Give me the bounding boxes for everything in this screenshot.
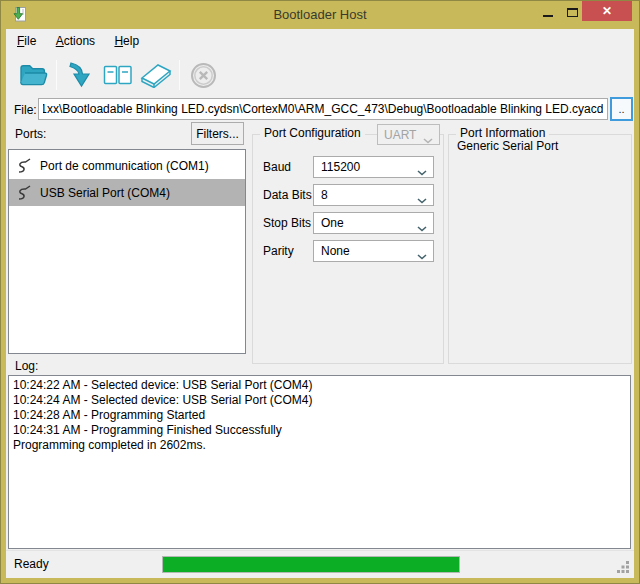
- port-configuration-title: Port Configuration: [260, 126, 365, 140]
- port-list-item[interactable]: Port de communication (COM1): [9, 152, 245, 179]
- status-text: Ready: [14, 557, 49, 571]
- baud-dropdown[interactable]: 115200: [313, 156, 434, 178]
- ports-label: Ports:: [15, 127, 46, 141]
- protocol-value: UART: [384, 128, 416, 142]
- resize-grip-icon[interactable]: [617, 561, 630, 574]
- protocol-dropdown: UART: [377, 124, 440, 145]
- parity-value: None: [321, 244, 350, 258]
- groupbox-border: [448, 134, 632, 364]
- stop-bits-value: One: [321, 216, 344, 230]
- maximize-icon: [567, 8, 578, 17]
- abort-button: [184, 56, 222, 94]
- menu-help[interactable]: Help: [106, 29, 147, 52]
- filters-button[interactable]: Filters...: [191, 122, 244, 145]
- port-configuration-group: Port Configuration UART Baud 115200 Data…: [252, 124, 444, 364]
- toolbar-separator: [179, 60, 180, 90]
- data-bits-dropdown[interactable]: 8: [313, 184, 434, 206]
- parity-label: Parity: [263, 244, 294, 258]
- port-list-item-label: Port de communication (COM1): [40, 159, 209, 173]
- chevron-down-icon: [417, 221, 427, 235]
- toolbar: [6, 53, 634, 97]
- data-bits-value: 8: [321, 188, 328, 202]
- port-information-content: Generic Serial Port: [457, 139, 558, 153]
- log-line: Programming completed in 2602ms.: [13, 438, 626, 453]
- progress-fill: [163, 557, 459, 572]
- chevron-down-icon: [417, 193, 427, 207]
- menu-file[interactable]: File: [9, 29, 44, 52]
- data-bits-label: Data Bits: [263, 188, 312, 202]
- progress-bar: [162, 556, 460, 573]
- chevron-down-icon: [417, 165, 427, 179]
- log-textbox[interactable]: 10:24:22 AM - Selected device: USB Seria…: [8, 375, 631, 549]
- toolbar-separator: [56, 60, 57, 90]
- close-icon: ✕: [602, 4, 612, 18]
- log-line: 10:24:22 AM - Selected device: USB Seria…: [13, 378, 626, 393]
- log-line: 10:24:28 AM - Programming Started: [13, 408, 626, 423]
- program-button[interactable]: [61, 56, 99, 94]
- titlebar[interactable]: Bootloader Host ✕: [1, 1, 639, 29]
- client-area: File Actions Help: [6, 29, 634, 578]
- menubar: File Actions Help: [6, 29, 634, 53]
- menu-actions[interactable]: Actions: [48, 29, 103, 52]
- baud-label: Baud: [263, 160, 291, 174]
- chevron-down-icon: [417, 249, 427, 263]
- serial-port-icon: [15, 184, 33, 201]
- minimize-button[interactable]: [537, 3, 559, 21]
- log-line: 10:24:24 AM - Selected device: USB Seria…: [13, 393, 626, 408]
- log-line: 10:24:31 AM - Programming Finished Succe…: [13, 423, 626, 438]
- chevron-down-icon: [423, 133, 433, 147]
- file-path-input[interactable]: [38, 98, 608, 120]
- erase-button[interactable]: [137, 56, 175, 94]
- log-label: Log:: [15, 359, 38, 373]
- baud-value: 115200: [321, 160, 360, 174]
- abort-icon: [190, 62, 217, 89]
- close-button[interactable]: ✕: [582, 1, 632, 21]
- parity-dropdown[interactable]: None: [313, 240, 434, 262]
- serial-port-icon: [15, 157, 33, 174]
- verify-button[interactable]: [99, 56, 137, 94]
- erase-icon: [139, 62, 173, 88]
- ports-list[interactable]: Port de communication (COM1) USB Serial …: [8, 149, 246, 354]
- bootloader-host-window: Bootloader Host ✕ File Actions Help: [0, 0, 640, 584]
- minimize-icon: [543, 15, 553, 17]
- program-icon: [67, 61, 93, 89]
- port-information-title: Port Information: [456, 126, 549, 140]
- port-list-item[interactable]: USB Serial Port (COM4): [9, 179, 245, 206]
- verify-icon: [103, 63, 133, 88]
- port-information-group: Port Information Generic Serial Port: [448, 124, 632, 364]
- maximize-button[interactable]: [561, 3, 583, 21]
- port-list-item-label: USB Serial Port (COM4): [40, 186, 170, 200]
- statusbar: Ready: [6, 550, 634, 578]
- browse-button[interactable]: ..: [610, 97, 633, 121]
- open-file-button[interactable]: [14, 56, 52, 94]
- file-label: File:: [14, 103, 37, 117]
- stop-bits-dropdown[interactable]: One: [313, 212, 434, 234]
- open-file-icon: [18, 62, 48, 88]
- stop-bits-label: Stop Bits: [263, 216, 311, 230]
